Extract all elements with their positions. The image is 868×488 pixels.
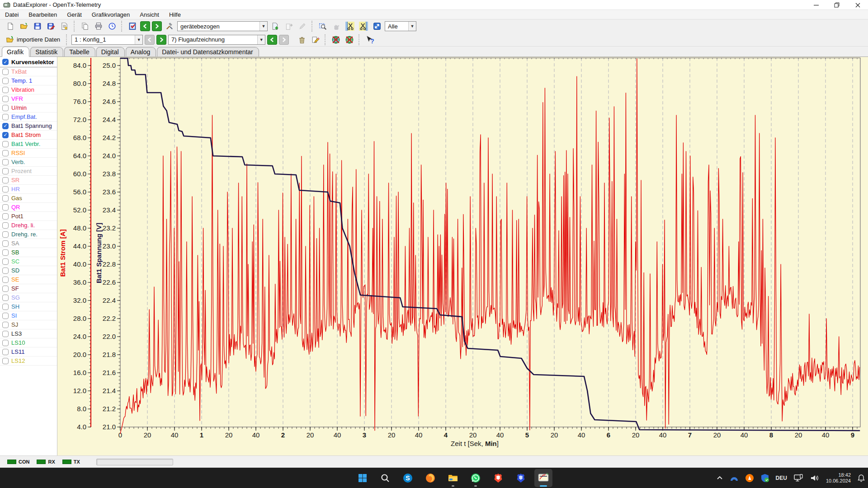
scope-combo[interactable]: Alle ▼ xyxy=(385,21,416,31)
restore-button[interactable] xyxy=(826,0,847,10)
curve-row[interactable]: SJ xyxy=(0,320,57,329)
curve-row[interactable]: Pot1 xyxy=(0,212,57,221)
curve-checkbox[interactable] xyxy=(2,267,9,274)
pan-button[interactable] xyxy=(330,20,342,32)
edit-record-button[interactable] xyxy=(310,34,321,46)
curve-checkbox[interactable] xyxy=(2,222,9,229)
curve-row[interactable]: SR xyxy=(0,176,57,185)
taskbar-dataexplorer[interactable] xyxy=(534,469,552,487)
print-button[interactable] xyxy=(93,20,104,32)
tray-avast-icon[interactable] xyxy=(745,474,754,483)
curve-row[interactable]: LS3 xyxy=(0,329,57,338)
curve-row[interactable]: ✓ Bat1 Strom xyxy=(0,131,57,140)
curve-checkbox[interactable] xyxy=(2,186,9,192)
time-button[interactable] xyxy=(106,20,118,32)
curve-row[interactable]: Drehg. re. xyxy=(0,230,57,239)
curve-row[interactable]: Empf.Bat. xyxy=(0,113,57,122)
curve-checkbox[interactable] xyxy=(2,96,9,102)
taskbar-brave[interactable] xyxy=(489,469,507,487)
save-button[interactable] xyxy=(32,20,43,32)
curve-checkbox[interactable] xyxy=(2,286,9,292)
curve-row[interactable]: QR xyxy=(0,203,57,212)
curve-row[interactable]: SI xyxy=(0,311,57,320)
tab-grafik[interactable]: Grafik xyxy=(2,47,29,57)
add-template-button[interactable] xyxy=(269,20,281,32)
prev-record-button[interactable] xyxy=(267,35,277,45)
tray-chevron-up-icon[interactable] xyxy=(716,474,723,482)
curve-row[interactable]: LS11 xyxy=(0,347,57,357)
curve-checkbox[interactable] xyxy=(2,331,9,337)
curve-checkbox[interactable]: ✓ xyxy=(2,132,9,138)
curve-checkbox[interactable] xyxy=(2,277,9,283)
taskbar-explorer[interactable] xyxy=(444,469,462,487)
taskbar-firefox[interactable] xyxy=(421,469,439,487)
curve-checkbox[interactable] xyxy=(2,69,9,75)
graph-template-combo[interactable]: gerätebezogen ▼ xyxy=(177,21,268,31)
curve-checkbox[interactable] xyxy=(2,349,9,355)
import-data-button[interactable]: importiere Daten xyxy=(3,35,63,45)
curve-row[interactable]: Temp. 1 xyxy=(0,76,57,85)
network-icon[interactable] xyxy=(793,474,803,483)
curve-checkbox[interactable] xyxy=(2,105,9,111)
curve-row[interactable]: HR xyxy=(0,185,57,194)
tab-analog[interactable]: Analog xyxy=(126,47,156,56)
copy-button[interactable] xyxy=(79,20,91,32)
curve-checkbox[interactable] xyxy=(2,304,9,310)
menu-geraet[interactable]: Gerät xyxy=(62,10,87,19)
tab-digital[interactable]: Digital xyxy=(96,47,125,56)
curve-checkbox[interactable] xyxy=(2,195,9,202)
curve-checkbox[interactable] xyxy=(2,258,9,265)
curve-row[interactable]: Prozent xyxy=(0,167,57,176)
curve-checkbox[interactable] xyxy=(2,240,9,247)
curve-checkbox[interactable] xyxy=(2,141,9,147)
curve-selector-header[interactable]: ✓ Kurvenselektor xyxy=(0,57,57,67)
curve-checkbox[interactable] xyxy=(2,204,9,211)
prev-config-button[interactable] xyxy=(145,35,155,45)
curve-checkbox[interactable] xyxy=(2,168,9,174)
curve-row[interactable]: LS12 xyxy=(0,357,57,366)
menu-grafikvorlagen[interactable]: Grafikvorlagen xyxy=(87,10,135,19)
curve-checkbox[interactable] xyxy=(2,177,9,183)
taskbar-brave-beta[interactable] xyxy=(512,469,530,487)
record-combo[interactable]: 7) Flugaufzeichnung ▼ xyxy=(168,35,265,45)
curve-row[interactable]: ✓ Bat1 Spannung xyxy=(0,122,57,131)
menu-bearbeiten[interactable]: Bearbeiten xyxy=(24,10,62,19)
next-config-button[interactable] xyxy=(156,35,166,45)
curve-row[interactable]: SB xyxy=(0,248,57,257)
google-earth-export-button[interactable] xyxy=(330,34,342,46)
kmz-export-button[interactable] xyxy=(344,34,355,46)
curve-checkbox[interactable] xyxy=(2,159,9,165)
save-as-button[interactable] xyxy=(45,20,57,32)
curve-row[interactable]: VFR xyxy=(0,94,57,103)
delete-record-button[interactable] xyxy=(296,34,308,46)
curve-row[interactable]: SD xyxy=(0,266,57,275)
minimize-button[interactable] xyxy=(806,0,826,10)
curve-row[interactable]: SA xyxy=(0,239,57,248)
fit-view-button[interactable] xyxy=(371,20,383,32)
menu-hilfe[interactable]: Hilfe xyxy=(164,10,186,19)
language-indicator[interactable]: DEU xyxy=(776,475,787,481)
device-toolset-button[interactable] xyxy=(127,20,138,32)
search-button[interactable] xyxy=(376,469,394,487)
edit-template-button[interactable] xyxy=(297,20,308,32)
next-device-button[interactable] xyxy=(152,21,162,31)
next-record-button[interactable] xyxy=(279,35,289,45)
curve-selector-master-checkbox[interactable]: ✓ xyxy=(2,59,9,65)
taskbar-clock[interactable]: 18:42 10.06.2024 xyxy=(826,472,851,484)
tray-security-icon[interactable] xyxy=(760,474,769,483)
curve-checkbox[interactable] xyxy=(2,150,9,156)
curve-row[interactable]: Verb. xyxy=(0,158,57,167)
curve-row[interactable]: Bat1 Verbr. xyxy=(0,140,57,149)
curve-checkbox[interactable] xyxy=(2,358,9,364)
close-button[interactable] xyxy=(847,0,868,10)
volume-icon[interactable] xyxy=(810,474,820,483)
cut-left-button[interactable] xyxy=(344,20,356,32)
device-settings-button[interactable] xyxy=(164,20,175,32)
curve-row[interactable]: Gas xyxy=(0,194,57,203)
curve-checkbox[interactable] xyxy=(2,313,9,319)
export-template-button[interactable] xyxy=(283,20,295,32)
config-combo[interactable]: 1 : Konfig_1 ▼ xyxy=(71,35,143,45)
tab-statistik[interactable]: Statistik xyxy=(30,47,63,56)
settings-wizard-button[interactable] xyxy=(59,20,71,32)
curve-row[interactable]: RSSI xyxy=(0,149,57,158)
